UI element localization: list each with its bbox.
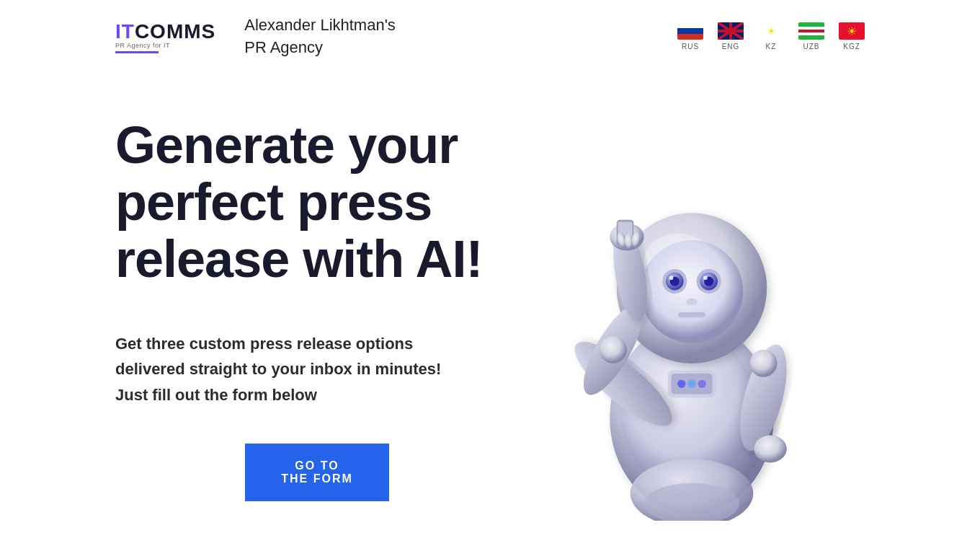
lang-rus[interactable]: RUS [677, 22, 703, 50]
lang-kz[interactable]: KZ [758, 22, 784, 50]
hero-illustration [519, 102, 865, 521]
flag-russia [677, 22, 703, 40]
lang-eng[interactable]: ENG [718, 22, 744, 50]
lang-label-uzb: UZB [803, 43, 820, 50]
header-left: ITCOMMS PR Agency for IT Alexander Likht… [115, 14, 396, 59]
logo-underline [115, 51, 159, 53]
svg-point-26 [754, 435, 787, 462]
lang-label-kz: KZ [766, 43, 777, 50]
logo-subtitle: PR Agency for IT [115, 42, 215, 49]
svg-rect-15 [678, 312, 705, 317]
lang-label-rus: RUS [682, 43, 699, 50]
language-nav: RUS ENG KZ UZB KGZ [677, 22, 865, 50]
agency-title: Alexander Likhtman's PR Agency [244, 14, 396, 59]
hero-content: Generate your perfect press release with… [115, 102, 519, 521]
flag-kyrgyzstan [839, 22, 865, 40]
header: ITCOMMS PR Agency for IT Alexander Likht… [0, 0, 980, 74]
svg-point-13 [703, 276, 708, 280]
robot-svg [548, 124, 836, 521]
svg-point-32 [600, 336, 627, 363]
go-to-form-button[interactable]: GO TO THE FORM [245, 444, 389, 501]
hero-description: Get three custom press release options d… [115, 331, 476, 407]
logo: ITCOMMS PR Agency for IT [115, 20, 215, 53]
svg-point-31 [698, 379, 706, 387]
logo-text: ITCOMMS [115, 20, 215, 43]
logo-it: IT [115, 20, 135, 43]
lang-uzb[interactable]: UZB [798, 22, 824, 50]
lang-label-kgz: KGZ [843, 43, 860, 50]
svg-point-30 [687, 379, 695, 387]
hero-section: Generate your perfect press release with… [0, 74, 980, 521]
flag-uzbekistan [798, 22, 824, 40]
logo-comms: COMMS [135, 20, 215, 43]
agency-name-line2: PR Agency [244, 37, 396, 59]
svg-point-5 [641, 240, 743, 343]
svg-point-33 [750, 350, 778, 377]
svg-point-14 [686, 298, 697, 304]
svg-point-29 [677, 379, 685, 387]
agency-name-line1: Alexander Likhtman's [244, 14, 396, 37]
svg-point-9 [669, 276, 674, 280]
robot-image [548, 124, 836, 521]
flag-england [718, 22, 744, 40]
flag-kazakhstan [758, 22, 784, 40]
hero-title: Generate your perfect press release with… [115, 117, 519, 288]
lang-label-eng: ENG [722, 43, 740, 50]
lang-kgz[interactable]: KGZ [839, 22, 865, 50]
